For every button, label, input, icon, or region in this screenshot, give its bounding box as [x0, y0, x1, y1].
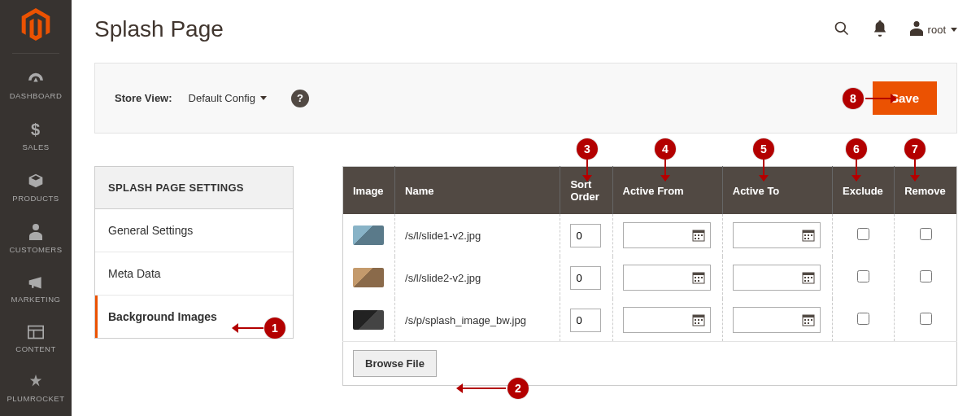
svg-rect-22 [695, 277, 696, 278]
svg-text:$: $ [31, 121, 41, 138]
annotation-arrow-2 [457, 388, 506, 389]
active-from-input[interactable] [623, 307, 711, 333]
svg-rect-15 [804, 234, 806, 236]
active-from-input[interactable] [623, 222, 711, 248]
store-view-dropdown[interactable]: Default Config [189, 92, 267, 104]
svg-rect-40 [698, 322, 699, 324]
th-image: Image [343, 167, 395, 215]
caret-down-icon [260, 96, 267, 100]
svg-rect-21 [693, 273, 704, 275]
svg-rect-31 [811, 277, 812, 278]
table-row: /s/p/splash_image_bw.jpg [343, 299, 957, 342]
calendar-icon[interactable] [802, 313, 815, 326]
svg-rect-39 [695, 322, 696, 324]
remove-checkbox[interactable] [920, 228, 932, 240]
svg-line-5 [843, 30, 847, 34]
help-icon[interactable]: ? [291, 90, 309, 107]
sidebar-label: DASHBOARD [10, 91, 63, 100]
svg-rect-28 [803, 273, 814, 275]
svg-rect-44 [808, 319, 809, 321]
plumrocket-icon [0, 374, 72, 389]
settings-item-meta[interactable]: Meta Data [95, 252, 293, 296]
sort-order-input[interactable] [570, 266, 601, 290]
header-actions: root [834, 20, 957, 39]
annotation-arrow-5 [763, 160, 764, 181]
browse-file-button[interactable]: Browse File [353, 350, 437, 377]
svg-rect-9 [698, 234, 699, 236]
magento-logo-icon [20, 8, 52, 41]
sidebar-item-dashboard[interactable]: DASHBOARD [0, 62, 72, 112]
calendar-icon[interactable] [692, 313, 705, 326]
svg-rect-17 [811, 234, 812, 236]
annotation-7: 7 [904, 138, 926, 160]
svg-rect-36 [695, 319, 696, 321]
sidebar-label: PRODUCTS [12, 194, 59, 203]
toolbar: Store View: Default Config ? Save [94, 63, 957, 134]
exclude-checkbox[interactable] [857, 270, 869, 282]
annotation-8: 8 [843, 88, 864, 109]
images-table: Image Name Sort Order Active From Active… [342, 166, 957, 386]
svg-rect-1 [28, 326, 43, 339]
sort-order-input[interactable] [570, 224, 601, 247]
active-to-input[interactable] [733, 222, 821, 248]
svg-rect-46 [804, 322, 806, 324]
image-thumbnail [353, 226, 384, 245]
cell-name: /s/p/splash_image_bw.jpg [395, 299, 560, 342]
sidebar-item-content[interactable]: CONTENT [0, 315, 72, 365]
annotation-6: 6 [846, 138, 867, 160]
settings-item-general[interactable]: General Settings [95, 209, 293, 252]
settings-item-background[interactable]: Background Images [95, 296, 293, 338]
active-from-input[interactable] [623, 265, 711, 291]
active-to-input[interactable] [733, 307, 821, 333]
svg-rect-7 [693, 230, 704, 233]
calendar-icon[interactable] [692, 229, 705, 242]
svg-rect-42 [803, 315, 814, 317]
svg-rect-18 [804, 238, 806, 239]
dollar-icon: $ [0, 121, 72, 138]
svg-rect-14 [803, 230, 814, 233]
cell-name: /s/l/slide1-v2.jpg [395, 214, 560, 256]
svg-point-4 [835, 22, 845, 32]
exclude-checkbox[interactable] [857, 313, 869, 325]
annotation-arrow-7 [914, 160, 916, 181]
sidebar-item-marketing[interactable]: MARKETING [0, 265, 72, 315]
svg-rect-10 [701, 234, 703, 236]
caret-down-icon [951, 28, 957, 32]
sidebar-label: CUSTOMERS [9, 245, 62, 254]
calendar-icon[interactable] [802, 271, 815, 284]
megaphone-icon [0, 275, 72, 290]
svg-rect-25 [695, 280, 696, 282]
active-to-input[interactable] [733, 265, 821, 291]
remove-checkbox[interactable] [920, 313, 932, 325]
annotation-1: 1 [264, 317, 285, 339]
bell-icon[interactable] [873, 20, 887, 39]
annotation-arrow-3 [586, 160, 588, 181]
sidebar-item-sales[interactable]: $ SALES [0, 112, 72, 163]
th-exclude: Exclude [833, 167, 895, 215]
svg-rect-19 [808, 238, 809, 239]
sidebar-item-customers[interactable]: CUSTOMERS [0, 214, 72, 265]
svg-rect-12 [698, 238, 699, 239]
calendar-icon[interactable] [692, 271, 705, 284]
svg-rect-35 [693, 315, 704, 317]
svg-rect-26 [698, 280, 699, 282]
svg-rect-30 [808, 277, 809, 278]
sidebar-item-plumrocket[interactable]: PLUMROCKET [0, 365, 72, 414]
images-table-area: Image Name Sort Order Active From Active… [342, 166, 957, 386]
sidebar-label: CONTENT [15, 344, 55, 353]
sidebar-item-products[interactable]: PRODUCTS [0, 163, 72, 214]
calendar-icon[interactable] [802, 229, 815, 242]
sidebar-label: SALES [22, 142, 49, 151]
user-menu[interactable]: root [910, 21, 957, 38]
svg-rect-29 [804, 277, 806, 278]
annotation-arrow-8 [865, 98, 896, 99]
exclude-checkbox[interactable] [857, 228, 869, 240]
table-footer: Browse File [343, 342, 957, 386]
svg-rect-38 [701, 319, 703, 321]
search-icon[interactable] [834, 20, 850, 39]
svg-rect-11 [695, 238, 696, 239]
remove-checkbox[interactable] [920, 270, 932, 282]
sort-order-input[interactable] [570, 309, 601, 332]
person-icon [0, 224, 72, 240]
annotation-5: 5 [753, 138, 774, 160]
